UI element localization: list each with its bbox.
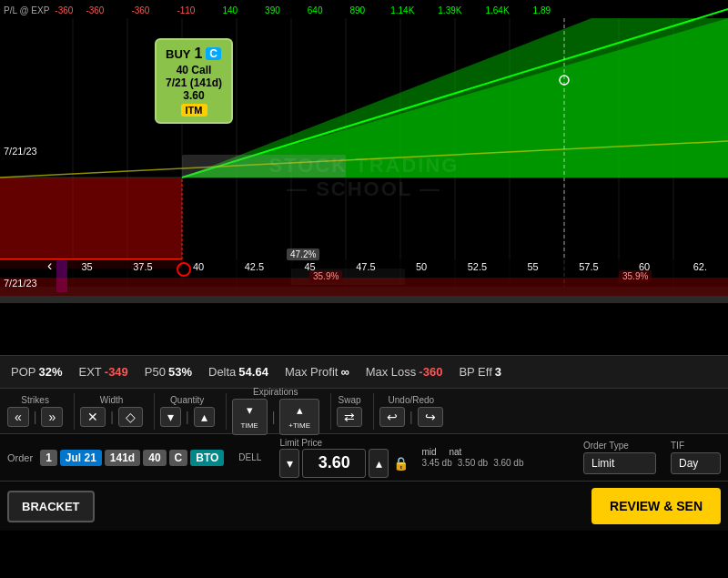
order-type-badge: C (169, 450, 188, 466)
stat-maxloss: Max Loss -360 (366, 365, 443, 379)
width-expand-btn[interactable]: ◇ (118, 407, 143, 427)
exp-time-down-btn[interactable]: ▾TIME (232, 399, 268, 435)
tooltip-qty: 1 (194, 46, 202, 62)
lock-icon: 🔒 (393, 456, 409, 471)
order-days-badge: 141d (105, 450, 140, 466)
separator-2 (154, 393, 155, 430)
strike-375: 37.5 (115, 261, 170, 272)
limit-price-up-btn[interactable]: ▴ (369, 449, 389, 478)
stat-ext-label: EXT (79, 365, 102, 379)
limit-price-input[interactable] (302, 449, 366, 478)
order-section: Order (7, 452, 33, 463)
exp-time-up-btn[interactable]: ▴+TIME (279, 399, 319, 435)
bottom-bar: BRACKET REVIEW & SEN (0, 481, 728, 531)
strike-475: 47.5 (338, 261, 393, 272)
strike-55: 55 (505, 261, 561, 272)
mid-label: mid (421, 447, 436, 457)
stat-bpeff: BP Eff 3 (459, 365, 501, 379)
swap-btn[interactable]: ⇄ (337, 407, 362, 427)
undoredo-control: Undo/Redo ↩ | ↪ (379, 395, 443, 427)
svg-rect-26 (182, 155, 346, 177)
date-label-top: 7/21/23 (4, 146, 37, 157)
strike-50: 50 (394, 261, 450, 272)
undo-btn[interactable]: ↩ (379, 407, 405, 427)
stats-bar: POP 32% EXT -349 P50 53% Delta 54.64 Max… (0, 355, 728, 388)
tooltip-bubble: BUY 1 C 40 Call 7/21 (141d) 3.60 ITM (155, 38, 233, 124)
strike-575: 57.5 (561, 261, 616, 272)
quantity-label: Quantity (170, 395, 204, 405)
tooltip-action: BUY (166, 47, 190, 61)
separator-5 (373, 393, 374, 430)
controls-bar: Strikes « | » Width ✕ | ◇ Quantity ▾ | ▴… (0, 388, 728, 433)
pct-35-bot2: 35.9% (619, 270, 652, 282)
stat-pop: POP 32% (11, 365, 63, 379)
order-bar: Order 1 Jul 21 141d 40 C BTO DELL Limit … (0, 433, 728, 481)
separator-3 (226, 393, 227, 430)
separator-1 (74, 393, 75, 430)
strike-525: 52.5 (450, 261, 505, 272)
stat-delta-label: Delta (208, 365, 236, 379)
tooltip-expiry: 7/21 (141d) (166, 76, 222, 89)
val-350: 3.50 db (458, 458, 488, 468)
quantity-down-btn[interactable]: ▾ (160, 407, 181, 427)
mid-nat-section: mid nat 3.45 db 3.50 db 3.60 db (421, 447, 523, 468)
order-qty-badge: 1 (40, 450, 57, 466)
val-345: 3.45 db (421, 458, 451, 468)
redo-btn[interactable]: ↪ (418, 407, 443, 427)
swap-label: Swap (339, 395, 361, 405)
tif-select[interactable]: Day GTC (671, 452, 721, 474)
bracket-button[interactable]: BRACKET (7, 491, 95, 522)
expirations-control: Expirations ▾TIME | ▴+TIME (232, 387, 320, 435)
strikes-decrease-btn[interactable]: « (7, 407, 29, 427)
chart-area: P/L @ EXP -360 -360 -360 -110 140 390 64… (0, 0, 728, 355)
stat-ext: EXT -349 (79, 365, 128, 379)
stat-maxloss-label: Max Loss (366, 365, 417, 379)
val-360: 3.60 db (493, 458, 523, 468)
order-action-badge: BTO (190, 450, 224, 466)
order-strike-badge: 40 (143, 450, 166, 466)
stat-bpeff-val: 3 (495, 365, 501, 379)
width-label: Width (100, 395, 124, 405)
stat-ext-val: -349 (105, 365, 128, 379)
dell-label: DELL (238, 452, 261, 462)
stat-p50-val: 53% (168, 365, 192, 379)
limit-price-down-btn[interactable]: ▾ (279, 449, 299, 478)
limit-price-section: Limit Price ▾ ▴ 🔒 (279, 438, 409, 478)
stat-delta: Delta 54.64 (208, 365, 268, 379)
order-label: Order (7, 452, 33, 463)
stat-maxprofit-val: ∞ (340, 365, 349, 379)
tooltip-type-badge: C (206, 47, 221, 60)
width-compress-btn[interactable]: ✕ (80, 407, 106, 427)
stat-p50-label: P50 (145, 365, 166, 379)
stat-bpeff-label: BP Eff (459, 365, 491, 379)
width-control: Width ✕ | ◇ (80, 395, 143, 427)
stat-maxprofit-label: Max Profit (285, 365, 339, 379)
review-send-button[interactable]: REVIEW & SEN (592, 488, 721, 524)
dell-section: DELL (238, 452, 261, 462)
order-type-select[interactable]: Limit Market (583, 452, 656, 474)
tif-label: TIF (671, 441, 721, 451)
swap-control: Swap ⇄ (337, 395, 362, 427)
order-type-label: Order Type (583, 441, 656, 451)
strike-62: 62. (672, 261, 728, 272)
tif-section: TIF Day GTC (671, 441, 721, 474)
order-type-section: Order Type Limit Market (583, 441, 656, 474)
nat-label: nat (450, 447, 462, 457)
order-expiry-badge[interactable]: Jul 21 (60, 450, 102, 466)
limit-price-label: Limit Price (279, 438, 322, 448)
stat-maxloss-val: -360 (419, 365, 442, 379)
stat-delta-val: 54.64 (238, 365, 268, 379)
strikes-increase-btn[interactable]: » (41, 407, 63, 427)
strike-target-circle (177, 262, 191, 277)
quantity-up-btn[interactable]: ▴ (194, 407, 215, 427)
stat-pop-label: POP (11, 365, 35, 379)
stat-pop-val: 32% (38, 365, 62, 379)
pct-35-bot1: 35.9% (309, 270, 342, 282)
strikes-control: Strikes « | » (7, 395, 63, 427)
separator-4 (330, 393, 331, 430)
date-label-bottom: 7/21/23 (4, 278, 37, 289)
order-badges: 1 Jul 21 141d 40 C BTO (40, 450, 224, 466)
tooltip-status: ITM (181, 104, 207, 117)
quantity-control: Quantity ▾ | ▴ (160, 395, 215, 427)
expirations-label: Expirations (253, 387, 298, 397)
